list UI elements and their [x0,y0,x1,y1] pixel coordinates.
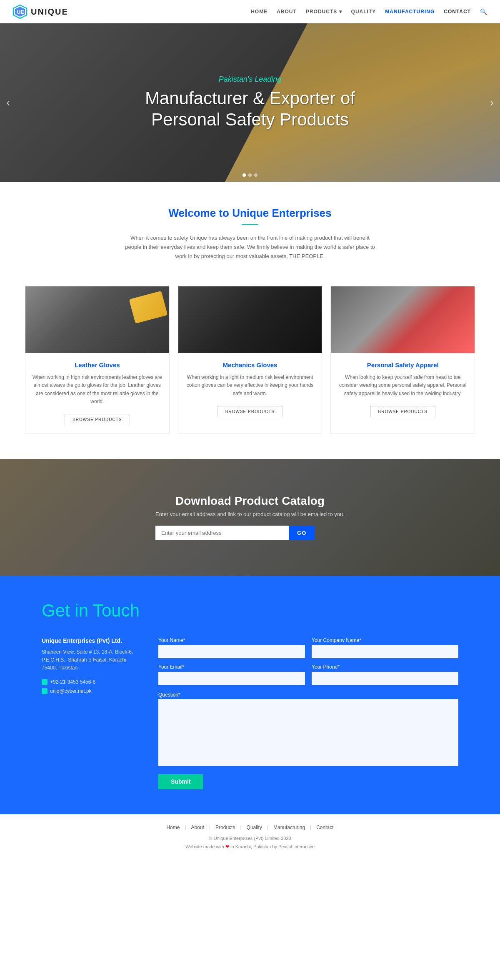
product-desc-mechanics: When working in a light to medium risk l… [185,373,316,398]
products-section: Leather Gloves When working in high risk… [0,278,500,459]
welcome-section: Welcome to Unique Enterprises When it co… [0,182,500,278]
form-group-phone: Your Phone* [312,664,458,685]
contact-layout: Unique Enterprises (Pvt) Ltd. Shaheen Vi… [42,637,458,789]
catalog-content: Download Product Catalog Enter your emai… [155,494,345,540]
submit-button[interactable]: Submit [158,774,203,789]
footer-link-contact[interactable]: Contact [311,825,338,830]
product-title-leather: Leather Gloves [32,361,163,368]
form-input-company[interactable] [312,645,458,658]
form-label-name: Your Name* [158,637,305,643]
hero-dot-2[interactable] [248,173,252,177]
form-label-question: Question* [158,692,180,698]
logo[interactable]: UE UNIQUE [12,4,68,19]
catalog-email-input[interactable] [155,526,289,540]
hero-dot-1[interactable] [242,173,246,177]
form-group-email: Your Email* [158,664,305,685]
browse-btn-apparel[interactable]: BROWSE PRODUCTS [370,406,435,417]
nav-quality[interactable]: QUALITY [351,9,376,15]
footer-made-with: Website made with ❤ in Karachi, Pakistan… [8,843,492,851]
product-desc-apparel: When looking to keep yourself safe from … [337,373,468,398]
hero-dot-3[interactable] [254,173,258,177]
footer-copyright: © Unique Enterprises (Pvt) Limited 2020 … [8,835,492,851]
hero-subtitle: Pakistan's Leading [145,75,355,84]
hero-title: Manufacturer & Exporter of Personal Safe… [145,88,355,130]
contact-title: Get in Touch [42,601,458,621]
nav-products[interactable]: PRODUCTS ▾ [306,9,342,15]
logo-icon: UE [12,4,28,19]
footer-link-about[interactable]: About [186,825,209,830]
footer-link-quality[interactable]: Quality [242,825,267,830]
search-icon[interactable]: 🔍 [480,8,488,15]
footer-link-manufacturing[interactable]: Manufacturing [268,825,310,830]
form-label-phone: Your Phone* [312,664,458,670]
heart-icon: ❤ [225,844,229,849]
catalog-title: Download Product Catalog [155,494,345,508]
product-image-leather [25,286,169,353]
hero-next-arrow[interactable]: › [490,96,494,109]
form-input-phone[interactable] [312,672,458,685]
footer-links: Home | About | Products | Quality | Manu… [8,825,492,830]
nav-contact[interactable]: CONTACT [444,9,471,15]
form-input-email[interactable] [158,672,305,685]
form-group-company: Your Company Name* [312,637,458,658]
footer-link-products[interactable]: Products [210,825,240,830]
browse-btn-mechanics[interactable]: BROWSE PRODUCTS [218,406,282,417]
catalog-form: GO [155,526,345,540]
product-card-apparel: Personal Safety Apparel When looking to … [330,286,475,434]
product-card-mechanics: Mechanics Gloves When working in a light… [178,286,322,434]
form-group-question: Question* [158,691,458,767]
product-desc-leather: When working in high risk environments l… [32,373,163,406]
catalog-subtitle: Enter your email address and link to our… [155,511,345,517]
hero-prev-arrow[interactable]: ‹ [6,96,10,109]
catalog-section: Download Product Catalog Enter your emai… [0,459,500,576]
nav-about[interactable]: ABOUT [277,9,297,15]
contact-address: Shaheen View, Suite # 13, 18-A, Block-6,… [42,648,133,672]
welcome-divider [242,224,258,225]
nav-manufacturing[interactable]: MANUFACTURING [385,9,435,15]
phone-icon [42,679,48,685]
product-card-leather: Leather Gloves When working in high risk… [25,286,170,434]
contact-phone: +92-21-3453 5456-8 [42,679,133,685]
form-group-name: Your Name* [158,637,305,658]
hero-section: ‹ Pakistan's Leading Manufacturer & Expo… [0,23,500,182]
contact-company-name: Unique Enterprises (Pvt) Ltd. [42,637,133,644]
welcome-text: When it comes to safety Unique has alway… [125,233,375,261]
welcome-title: Welcome to Unique Enterprises [42,207,458,220]
nav-home[interactable]: HOME [251,9,268,15]
logo-text: UNIQUE [31,7,68,17]
product-title-mechanics: Mechanics Gloves [185,361,316,368]
product-image-mechanics [178,286,322,353]
contact-email: uniq@cyber.net.pk [42,688,133,694]
hero-content: Pakistan's Leading Manufacturer & Export… [145,75,355,130]
product-image-apparel [331,286,475,353]
navbar: UE UNIQUE HOME ABOUT PRODUCTS ▾ QUALITY … [0,0,500,23]
form-textarea-question[interactable] [158,699,458,766]
email-icon [42,688,48,694]
nav-links: HOME ABOUT PRODUCTS ▾ QUALITY MANUFACTUR… [251,8,488,15]
footer-link-home[interactable]: Home [161,825,185,830]
browse-btn-leather[interactable]: BROWSE PRODUCTS [65,414,130,425]
contact-section: Get in Touch Unique Enterprises (Pvt) Lt… [0,576,500,814]
svg-text:UE: UE [17,9,24,15]
form-label-company: Your Company Name* [312,637,458,643]
footer: Home | About | Products | Quality | Manu… [0,814,500,856]
form-input-name[interactable] [158,645,305,658]
product-title-apparel: Personal Safety Apparel [337,361,468,368]
form-row-email-phone: Your Email* Your Phone* [158,664,458,685]
form-label-email: Your Email* [158,664,305,670]
contact-form: Your Name* Your Company Name* Your Email… [158,637,458,789]
catalog-go-button[interactable]: GO [289,526,315,540]
contact-info: Unique Enterprises (Pvt) Ltd. Shaheen Vi… [42,637,133,697]
hero-dots [242,173,258,177]
form-row-name-company: Your Name* Your Company Name* [158,637,458,658]
